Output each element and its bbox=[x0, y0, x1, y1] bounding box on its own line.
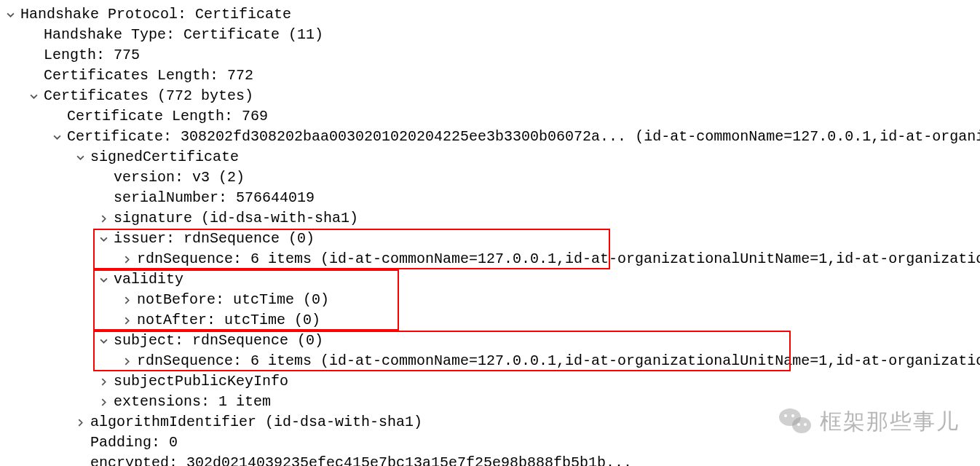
chevron-right-icon[interactable] bbox=[98, 376, 109, 387]
tree-label: Certificates (772 bytes) bbox=[44, 86, 253, 106]
tree-label: subject: rdnSequence (0) bbox=[114, 331, 323, 351]
chevron-down-icon[interactable] bbox=[98, 233, 109, 245]
chevron-right-icon[interactable] bbox=[98, 396, 109, 408]
chevron-down-icon[interactable] bbox=[4, 9, 16, 20]
tree-row[interactable]: encrypted: 302d0214039235efec415e7bc13a1… bbox=[0, 453, 980, 466]
tree-label: Handshake Type: Certificate (11) bbox=[44, 25, 323, 45]
chevron-down-icon[interactable] bbox=[98, 335, 109, 347]
tree-row[interactable]: subject: rdnSequence (0) bbox=[0, 331, 980, 351]
tree-label: encrypted: 302d0214039235efec415e7bc13a1… bbox=[90, 453, 632, 466]
tree-row[interactable]: algorithmIdentifier (id-dsa-with-sha1) bbox=[0, 412, 980, 433]
chevron-right-icon[interactable] bbox=[74, 416, 86, 428]
chevron-right-icon[interactable] bbox=[121, 355, 133, 367]
tree-row[interactable]: version: v3 (2) bbox=[0, 167, 980, 188]
tree-row[interactable]: signature (id-dsa-with-sha1) bbox=[0, 208, 980, 229]
chevron-right-icon[interactable] bbox=[121, 315, 133, 326]
tree-row[interactable]: Certificates Length: 772 bbox=[0, 66, 980, 86]
tree-label: signature (id-dsa-with-sha1) bbox=[114, 208, 358, 229]
tree-label: Certificate: 308202fd308202baa0030201020… bbox=[67, 127, 980, 147]
tree-label: Length: 775 bbox=[44, 45, 140, 66]
tree-label: serialNumber: 576644019 bbox=[114, 188, 315, 208]
chevron-down-icon[interactable] bbox=[74, 151, 86, 163]
packet-details-tree: Handshake Protocol: Certificate Handshak… bbox=[0, 0, 980, 466]
tree-label: Padding: 0 bbox=[90, 433, 178, 453]
tree-row[interactable]: extensions: 1 item bbox=[0, 392, 980, 412]
tree-label: rdnSequence: 6 items (id-at-commonName=1… bbox=[137, 249, 980, 269]
tree-row[interactable]: Handshake Type: Certificate (11) bbox=[0, 25, 980, 45]
tree-row[interactable]: notAfter: utcTime (0) bbox=[0, 310, 980, 331]
chevron-down-icon[interactable] bbox=[98, 274, 109, 285]
tree-label: rdnSequence: 6 items (id-at-commonName=1… bbox=[137, 351, 980, 371]
tree-row[interactable]: Certificate Length: 769 bbox=[0, 106, 980, 127]
tree-label: issuer: rdnSequence (0) bbox=[114, 229, 315, 249]
tree-label: signedCertificate bbox=[90, 147, 239, 167]
chevron-down-icon[interactable] bbox=[28, 90, 39, 102]
tree-label: Certificate Length: 769 bbox=[67, 106, 268, 127]
chevron-right-icon[interactable] bbox=[121, 294, 133, 306]
chevron-right-icon[interactable] bbox=[98, 213, 109, 224]
tree-label: notAfter: utcTime (0) bbox=[137, 310, 320, 331]
tree-row[interactable]: Certificate: 308202fd308202baa0030201020… bbox=[0, 127, 980, 147]
tree-row[interactable]: rdnSequence: 6 items (id-at-commonName=1… bbox=[0, 351, 980, 371]
tree-row[interactable]: serialNumber: 576644019 bbox=[0, 188, 980, 208]
tree-row[interactable]: signedCertificate bbox=[0, 147, 980, 167]
tree-label: algorithmIdentifier (id-dsa-with-sha1) bbox=[90, 412, 422, 433]
chevron-down-icon[interactable] bbox=[51, 131, 63, 143]
tree-row[interactable]: rdnSequence: 6 items (id-at-commonName=1… bbox=[0, 249, 980, 269]
tree-row[interactable]: Handshake Protocol: Certificate bbox=[0, 4, 980, 25]
tree-row[interactable]: Padding: 0 bbox=[0, 433, 980, 453]
tree-label: notBefore: utcTime (0) bbox=[137, 290, 329, 310]
chevron-right-icon[interactable] bbox=[121, 253, 133, 265]
tree-row[interactable]: Certificates (772 bytes) bbox=[0, 86, 980, 106]
tree-row[interactable]: notBefore: utcTime (0) bbox=[0, 290, 980, 310]
tree-label: extensions: 1 item bbox=[114, 392, 271, 412]
tree-row[interactable]: validity bbox=[0, 269, 980, 290]
tree-label: version: v3 (2) bbox=[114, 167, 245, 188]
tree-row[interactable]: Length: 775 bbox=[0, 45, 980, 66]
tree-label: subjectPublicKeyInfo bbox=[114, 371, 288, 392]
tree-label: validity bbox=[114, 269, 183, 290]
tree-label: Certificates Length: 772 bbox=[44, 66, 253, 86]
tree-label: Handshake Protocol: Certificate bbox=[20, 4, 291, 25]
tree-row[interactable]: issuer: rdnSequence (0) bbox=[0, 229, 980, 249]
tree-row[interactable]: subjectPublicKeyInfo bbox=[0, 371, 980, 392]
